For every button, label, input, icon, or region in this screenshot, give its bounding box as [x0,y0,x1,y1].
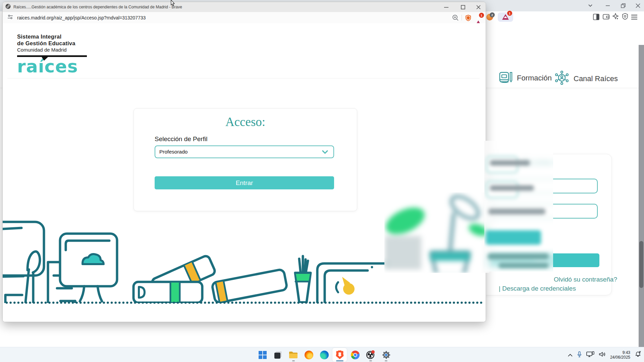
blurred-link-fragment [498,263,549,268]
profile-select[interactable]: Profesorado [155,145,334,158]
site-favicon [5,4,11,10]
speaker-icon[interactable] [599,352,605,358]
clock-time: 9:43 [610,350,630,355]
logo-line3: Comunidad de Madrid [17,47,87,53]
entrar-button[interactable]: Entrar [155,176,334,189]
brave-rewards-triangle-icon[interactable]: 1 [475,15,482,21]
header-divider [7,78,480,78]
notification-bell-dnd-icon[interactable] [635,351,641,359]
privacy-blur-form [484,141,553,272]
book-icon [499,70,513,86]
wallet-icon[interactable] [602,13,610,20]
popup-rewards-badge: 1 [479,13,484,18]
blurred-button-fragment [486,230,541,245]
tray-chevron-up-icon[interactable] [568,352,573,358]
popup-title: Raíces.....Gestión académica de los cent… [13,5,182,9]
popup-minimize-button[interactable] [439,2,453,12]
popup-maximize-button[interactable] [456,2,470,12]
brave-rewards-button[interactable]: 1 [498,12,513,22]
blurred-password-text [490,185,534,191]
nav-formacion-label: Formación [517,74,552,82]
vpn-shield-icon[interactable] [621,13,629,20]
logo-brand-text: raíces [17,57,87,76]
zoom-page-icon[interactable] [452,14,459,22]
popup-close-button[interactable] [472,2,485,12]
popup-url-bar[interactable]: raices.madrid.org/raiz_app/jsp/Acceso.js… [3,12,486,23]
nav-item-canal-raices[interactable]: Canal Raíces [554,70,618,87]
brave-shield-icon[interactable] [465,14,472,23]
microphone-icon[interactable] [577,351,582,359]
dotted-floor-line [5,301,484,304]
firefox-button[interactable] [302,348,316,362]
mouse-cursor [170,0,175,8]
popup-page-content: Sistema Integral de Gestión Educativa Co… [3,23,486,322]
network-display-icon[interactable] [586,351,594,359]
blurred-checkbox-row [488,208,545,215]
bg-minimize-button[interactable] [600,0,615,11]
rewards-badge: 1 [507,11,512,16]
blurred-username-text [490,160,530,166]
brave-button-active[interactable] [332,348,347,362]
network-community-icon [554,70,570,87]
bg-restore-button[interactable] [616,0,631,11]
nav-canal-raices-label: Canal Raíces [574,74,618,83]
desktop: 2 1 [0,0,644,362]
popup-browser-window: Raíces.....Gestión académica de los cent… [2,2,486,322]
profile-select-value: Profesorado [159,149,187,155]
leo-ai-icon[interactable] [612,13,619,20]
chevron-down-icon [321,149,329,157]
profile-select-label: Selección de Perfil [155,135,207,143]
clock-date: 24/06/2025 [610,355,630,360]
menu-hamburger-icon[interactable] [631,13,638,21]
file-explorer-button[interactable] [286,348,301,362]
sidebar-toggle-icon[interactable] [592,13,600,20]
page-scrollbar[interactable] [639,45,644,362]
privacy-blur-plant [384,192,490,273]
extension-icon[interactable]: 2 [486,14,493,20]
chrome-button[interactable] [348,348,362,362]
url-text[interactable]: raices.madrid.org/raiz_app/jsp/Acceso.js… [17,15,146,20]
extension-badge: 2 [490,12,495,17]
blurred-certificate-link [488,253,549,259]
logo-line1: Sistema Integral [17,33,87,40]
edge-button[interactable] [317,348,331,362]
toolbar-divider [462,15,462,20]
taskbar-clock[interactable]: 9:43 24/06/2025 [610,350,630,360]
taskbar: 9:43 24/06/2025 [0,347,644,362]
nav-item-formacion[interactable]: Formación [499,70,552,86]
raices-logo: Sistema Integral de Gestión Educativa Co… [17,33,87,76]
credentials-download-link[interactable]: | Descarga de credenciales [499,285,576,292]
popup-titlebar[interactable]: Raíces.....Gestión académica de los cent… [3,2,486,12]
scrollbar-thumb[interactable] [639,241,643,288]
settings-button[interactable] [379,348,393,362]
site-settings-tune-icon[interactable] [7,14,13,21]
bg-close-button[interactable] [631,0,644,11]
obs-button[interactable] [363,348,378,362]
access-heading: Acceso: [134,115,357,129]
task-view-button[interactable] [271,348,285,362]
logo-line2: de Gestión Educativa [17,40,87,47]
plant-illustration [384,192,490,273]
start-button[interactable] [255,348,270,362]
logo-bar [17,55,87,57]
access-card: Acceso: Selección de Perfil Profesorado … [133,108,357,211]
tab-search-chevron-icon[interactable] [583,0,598,11]
forgot-password-link[interactable]: Olvidó su contraseña? [550,276,617,283]
